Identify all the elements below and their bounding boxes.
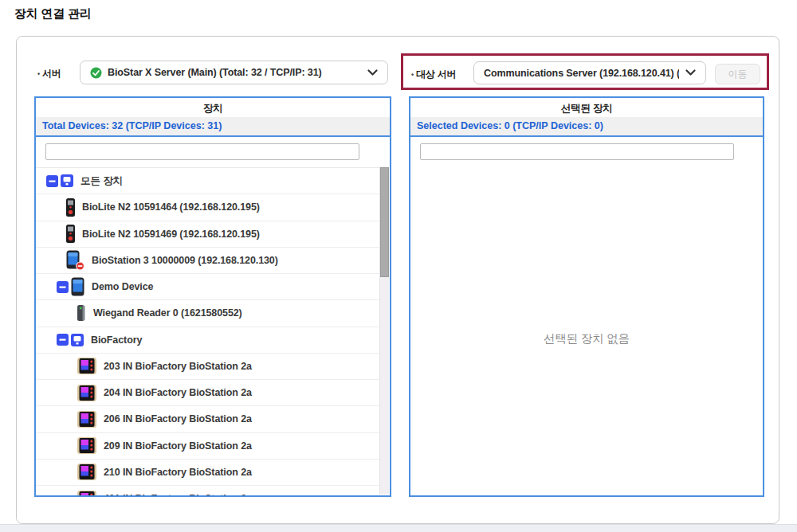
server-label: • 서버: [37, 67, 61, 80]
tree-row[interactable]: 204 IN BioFactory BioStation 2a: [36, 380, 379, 406]
device-search-input[interactable]: [45, 143, 359, 160]
device-tree: 모든 장치BioLite N2 10591464 (192.168.120.19…: [36, 167, 379, 495]
collapse-minus-icon[interactable]: [57, 334, 69, 346]
tree-row[interactable]: BioLite N2 10591464 (192.168.120.195): [36, 194, 379, 221]
biolite-n2-icon: [66, 225, 75, 243]
tree-row-label: BioLite N2 10591464 (192.168.120.195): [82, 201, 260, 213]
biostation3-icon: [71, 277, 84, 296]
biostation2a-icon: [77, 411, 96, 428]
selected-panel-title: 선택된 장치: [410, 98, 763, 117]
tree-row-label: 210 IN BioFactory BioStation 2a: [104, 467, 252, 478]
tree-row-label: 209 IN BioFactory BioStation 2a: [104, 440, 252, 452]
biostation2a-icon: [77, 491, 96, 495]
biostation2a-icon: [77, 358, 96, 374]
target-server-select-value: Communications Server (192.168.120.41) (: [484, 68, 679, 79]
biostation2a-icon: [77, 385, 96, 401]
device-panel-summary: Total Devices: 32 (TCP/IP Devices: 31): [36, 117, 390, 137]
biolite-n2-icon: [66, 198, 75, 217]
wiegand-reader-icon: [77, 305, 86, 321]
tree-row[interactable]: Demo Device: [36, 274, 379, 300]
group-device-icon: [71, 334, 84, 346]
tree-row-label: 401 IN BioFactory BioStation 2a: [104, 493, 252, 495]
tree-row[interactable]: 209 IN BioFactory BioStation 2a: [36, 433, 379, 460]
chevron-down-icon: [367, 69, 378, 76]
tree-row[interactable]: BioStation 3 10000009 (192.168.120.130): [36, 248, 379, 274]
green-check-icon: [90, 67, 102, 79]
tree-row[interactable]: 모든 장치: [36, 168, 379, 194]
target-server-select[interactable]: Communications Server (192.168.120.41) (: [473, 61, 706, 84]
tree-row-label: 모든 장치: [80, 174, 123, 188]
tree-row[interactable]: Wiegand Reader 0 (1621580552): [36, 300, 379, 327]
move-button[interactable]: 이동: [715, 64, 760, 84]
device-connection-card: • 서버 BioStar X Server (Main) (Total: 32 …: [16, 36, 779, 524]
required-bullet: •: [37, 70, 40, 78]
target-server-label: • 대상 서버: [411, 68, 456, 81]
tree-row-label: 204 IN BioFactory BioStation 2a: [104, 387, 252, 398]
biostation3-icon: [66, 250, 84, 271]
tree-row-label: 203 IN BioFactory BioStation 2a: [104, 361, 252, 372]
tree-row-label: 206 IN BioFactory BioStation 2a: [104, 413, 252, 424]
tree-row[interactable]: 203 IN BioFactory BioStation 2a: [36, 354, 379, 380]
empty-selection-message: 선택된 장치 없음: [410, 331, 763, 346]
page-title: 장치 연결 관리: [14, 6, 92, 22]
tree-row-label: Wiegand Reader 0 (1621580552): [93, 307, 242, 319]
selected-panel: 선택된 장치 Selected Devices: 0 (TCP/IP Devic…: [409, 96, 764, 497]
tree-row-label: Demo Device: [92, 281, 153, 292]
server-select-value: BioStar X Server (Main) (Total: 32 / TCP…: [108, 67, 361, 78]
tree-row[interactable]: BioLite N2 10591469 (192.168.120.195): [36, 221, 379, 248]
chevron-down-icon: [685, 69, 696, 76]
server-select[interactable]: BioStar X Server (Main) (Total: 32 / TCP…: [80, 61, 388, 84]
tree-row[interactable]: 401 IN BioFactory BioStation 2a: [36, 486, 379, 495]
required-bullet: •: [411, 71, 414, 79]
target-server-highlight-box: • 대상 서버 Communications Server (192.168.1…: [401, 53, 769, 90]
selected-panel-summary: Selected Devices: 0 (TCP/IP Devices: 0): [410, 117, 763, 137]
device-tree-scrollbar[interactable]: [379, 167, 389, 495]
selected-search-input[interactable]: [420, 143, 734, 160]
tree-row[interactable]: 206 IN BioFactory BioStation 2a: [36, 406, 379, 432]
device-panel: 장치 Total Devices: 32 (TCP/IP Devices: 31…: [34, 96, 391, 497]
device-panel-title: 장치: [36, 98, 390, 117]
tree-row-label: BioLite N2 10591469 (192.168.120.195): [82, 229, 260, 240]
tree-row-label: BioFactory: [91, 334, 142, 346]
tree-row[interactable]: BioFactory: [36, 327, 379, 354]
biostation2a-icon: [77, 437, 96, 454]
tree-row[interactable]: 210 IN BioFactory BioStation 2a: [36, 460, 379, 486]
scrollbar-thumb[interactable]: [380, 167, 389, 277]
page-background-strip: [0, 524, 797, 532]
group-device-icon: [61, 174, 73, 187]
collapse-minus-icon[interactable]: [46, 175, 58, 187]
biostation2a-icon: [77, 464, 96, 480]
collapse-minus-icon[interactable]: [57, 281, 69, 293]
tree-row-label: BioStation 3 10000009 (192.168.120.130): [92, 255, 278, 266]
